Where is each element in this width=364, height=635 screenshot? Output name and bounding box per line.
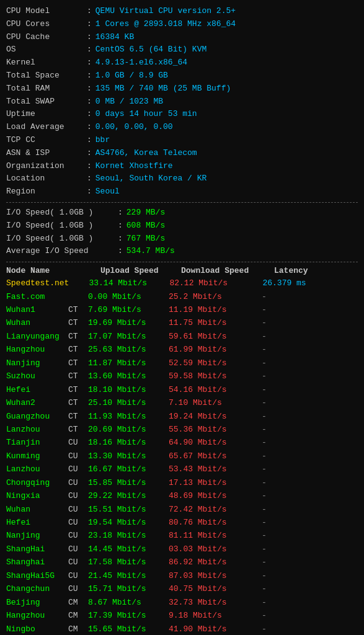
- node-name-9: Wuhan2: [6, 396, 68, 409]
- total-swap-row: Total SWAP : 0 MB / 1023 MB: [6, 95, 358, 109]
- isp-12: CU: [68, 436, 88, 449]
- upload-9: 25.10 Mbit/s: [88, 396, 169, 409]
- cpu-cache-row: CPU Cache : 16384 KB: [6, 31, 358, 44]
- table-row: Nanjing CU 23.18 Mbit/s 81.11 Mbit/s -: [6, 529, 358, 542]
- region-value: Seoul: [95, 185, 120, 198]
- isp-20: CU: [68, 543, 88, 556]
- upload-2: 7.69 Mbit/s: [88, 303, 169, 316]
- kernel-label: Kernel: [6, 56, 87, 69]
- upload-7: 13.60 Mbit/s: [88, 370, 169, 383]
- total-space-value: 1.0 GB / 8.9 GB: [95, 69, 168, 82]
- node-name-10: Guangzhou: [6, 410, 68, 423]
- download-11: 55.36 Mbit/s: [169, 423, 262, 436]
- uptime-row: Uptime : 0 days 14 hour 53 min: [6, 108, 358, 121]
- col-header-upload: Upload Speed: [100, 266, 181, 275]
- io-section: I/O Speed( 1.0GB ):229 MB/sI/O Speed( 1.…: [6, 206, 358, 258]
- org-label: Organization: [6, 160, 87, 173]
- latency-12: -: [262, 436, 311, 449]
- upload-1: 0.00 Mbit/s: [88, 290, 169, 303]
- table-row: ShangHai CU 14.45 Mbit/s 03.03 Mbit/s -: [6, 543, 358, 556]
- node-name-18: Hefei: [6, 516, 68, 529]
- node-name-7: Suzhou: [6, 370, 68, 383]
- region-row: Region : Seoul: [6, 185, 358, 198]
- tcp-cc-row: TCP CC : bbr: [6, 134, 358, 147]
- upload-22: 21.45 Mbit/s: [88, 569, 169, 582]
- cpu-model-row: CPU Model : QEMU Virtual CPU version 2.5…: [6, 5, 358, 18]
- download-4: 59.61 Mbit/s: [169, 330, 262, 343]
- node-name-2: Wuhan1: [6, 303, 68, 316]
- col-header-download: Download Speed: [181, 266, 274, 275]
- download-19: 81.11 Mbit/s: [169, 529, 262, 542]
- upload-19: 23.18 Mbit/s: [88, 529, 169, 542]
- isp-13: CU: [68, 450, 88, 463]
- node-name-23: Changchun: [6, 582, 68, 595]
- node-name-11: Lanzhou: [6, 423, 68, 436]
- asn-value: AS4766, Korea Telecom: [95, 147, 197, 160]
- isp-14: CU: [68, 463, 88, 476]
- download-25: 9.18 Mbit/s: [169, 609, 262, 622]
- latency-23: -: [262, 582, 311, 595]
- table-row: Speedtest.net 33.14 Mbit/s 82.12 Mbit/s …: [6, 277, 358, 290]
- download-20: 03.03 Mbit/s: [169, 543, 262, 556]
- node-name-21: Shanghai: [6, 556, 68, 569]
- kernel-value: 4.9.13-1.el6.x86_64: [95, 56, 187, 69]
- isp-8: CT: [68, 383, 88, 396]
- tcp-cc-label: TCP CC: [6, 134, 87, 147]
- sysinfo-section: CPU Model : QEMU Virtual CPU version 2.5…: [6, 5, 358, 198]
- table-row: Changchun CU 15.71 Mbit/s 40.75 Mbit/s -: [6, 582, 358, 595]
- upload-16: 29.22 Mbit/s: [88, 489, 169, 502]
- node-name-25: Hangzhou: [6, 609, 68, 622]
- cpu-cores-row: CPU Cores : 1 Cores @ 2893.018 MHz x86_6…: [6, 18, 358, 31]
- latency-5: -: [262, 343, 311, 356]
- table-row: Wuhan2 CT 25.10 Mbit/s 7.10 Mbit/s -: [6, 396, 358, 409]
- os-row: OS : CentOS 6.5 (64 Bit) KVM: [6, 43, 358, 56]
- io-label-0: I/O Speed( 1.0GB ): [6, 206, 118, 220]
- upload-4: 17.07 Mbit/s: [88, 330, 169, 343]
- location-value: Seoul, South Korea / KR: [95, 172, 206, 185]
- node-name-13: Kunming: [6, 450, 68, 463]
- isp-7: CT: [68, 370, 88, 383]
- cpu-cores-label: CPU Cores: [6, 18, 87, 31]
- node-name-26: Ningbo: [6, 623, 68, 635]
- latency-4: -: [262, 330, 311, 343]
- isp-9: CT: [68, 396, 88, 409]
- region-label: Region: [6, 185, 87, 198]
- table-row: Hangzhou CT 25.63 Mbit/s 61.99 Mbit/s -: [6, 343, 358, 356]
- isp-11: CT: [68, 423, 88, 436]
- isp-2: CT: [68, 303, 88, 316]
- download-17: 72.42 Mbit/s: [169, 503, 262, 516]
- node-name-12: Tianjin: [6, 436, 68, 449]
- download-22: 87.03 Mbit/s: [169, 569, 262, 582]
- table-row: Wuhan CT 19.69 Mbit/s 11.75 Mbit/s -: [6, 316, 358, 329]
- upload-11: 20.69 Mbit/s: [88, 423, 169, 436]
- node-name-5: Hangzhou: [6, 343, 68, 356]
- table-row: Fast.com 0.00 Mbit/s 25.2 Mbit/s -: [6, 290, 358, 303]
- node-name-20: ShangHai: [6, 543, 68, 556]
- node-name-15: Chongqing: [6, 476, 68, 489]
- io-row-3: Average I/O Speed:534.7 MB/s: [6, 245, 358, 258]
- download-13: 65.67 Mbit/s: [169, 450, 262, 463]
- download-15: 17.13 Mbit/s: [169, 476, 262, 489]
- isp-22: CU: [68, 569, 88, 582]
- node-name-16: Ningxia: [6, 489, 68, 502]
- upload-26: 15.65 Mbit/s: [88, 623, 169, 635]
- download-1: 25.2 Mbit/s: [169, 290, 262, 303]
- table-row: Hangzhou CM 17.39 Mbit/s 9.18 Mbit/s -: [6, 609, 358, 622]
- total-ram-label: Total RAM: [6, 82, 87, 95]
- table-row: Nanjing CT 11.87 Mbit/s 52.59 Mbit/s -: [6, 357, 358, 370]
- table-row: Hefei CT 18.10 Mbit/s 54.16 Mbit/s -: [6, 383, 358, 396]
- download-0: 82.12 Mbit/s: [169, 277, 262, 290]
- upload-12: 18.16 Mbit/s: [88, 436, 169, 449]
- isp-16: CU: [68, 489, 88, 502]
- download-3: 11.75 Mbit/s: [169, 316, 262, 329]
- isp-15: CU: [68, 476, 88, 489]
- download-2: 11.19 Mbit/s: [169, 303, 262, 316]
- table-row: Lanzhou CT 20.69 Mbit/s 55.36 Mbit/s -: [6, 423, 358, 436]
- table-row: Lanzhou CU 16.67 Mbit/s 53.43 Mbit/s -: [6, 463, 358, 476]
- io-row-0: I/O Speed( 1.0GB ):229 MB/s: [6, 206, 358, 220]
- latency-10: -: [262, 410, 311, 423]
- latency-25: -: [262, 609, 311, 622]
- latency-26: -: [262, 623, 311, 635]
- io-row-1: I/O Speed( 1.0GB ):608 MB/s: [6, 220, 358, 233]
- isp-17: CU: [68, 503, 88, 516]
